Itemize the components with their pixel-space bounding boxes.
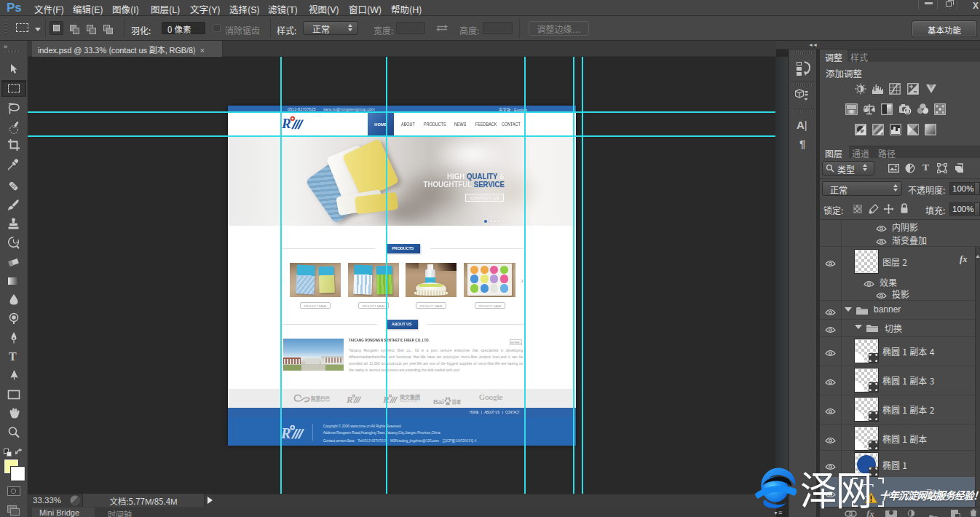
svg-text:百度: 百度	[452, 398, 462, 405]
svg-text:R: R	[282, 116, 291, 130]
svg-text:R: R	[281, 425, 291, 441]
svg-text:R: R	[347, 395, 353, 404]
svg-text:Bai: Bai	[433, 398, 444, 406]
